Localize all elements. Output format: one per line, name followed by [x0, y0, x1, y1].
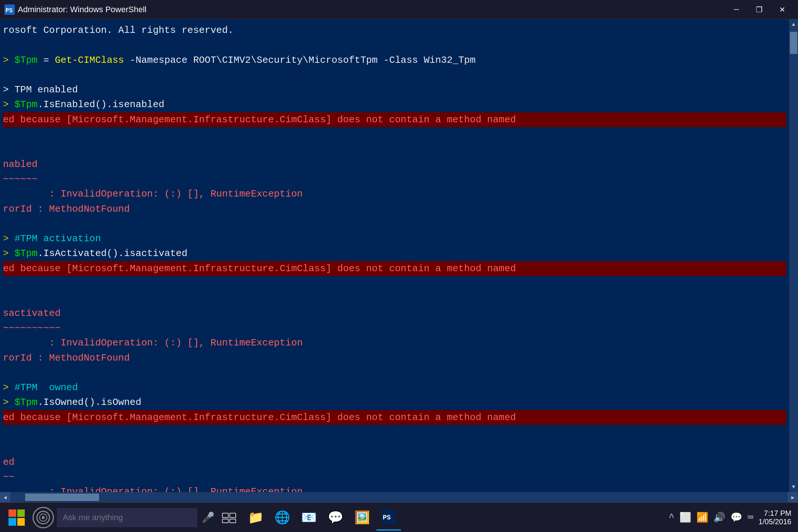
start-quad-3 [8, 518, 16, 526]
svg-rect-5 [222, 513, 228, 518]
line-ed: ed [3, 455, 786, 470]
scroll-thumb-v[interactable] [790, 32, 797, 54]
line-blank-1 [3, 38, 786, 52]
photos-button[interactable]: 🖼️ [350, 505, 374, 531]
start-quad-4 [17, 518, 25, 526]
line-squiggle-3: ~~ [3, 470, 786, 484]
message-icon[interactable]: 💬 [730, 512, 742, 524]
file-explorer-icon: 📁 [248, 510, 263, 525]
title-bar: PS Administrator: Windows PowerShell ─ ❐… [0, 0, 798, 19]
outlook-button[interactable]: 📧 [297, 505, 321, 531]
powershell-icon: PS [4, 4, 15, 15]
line-invalidop-3: : InvalidOperation: (:) [], RuntimeExcep… [3, 484, 786, 492]
line-blank-6 [3, 276, 786, 291]
chevron-up-icon[interactable]: ^ [669, 512, 675, 523]
line-squiggle-1: ~~~~~~ [3, 172, 786, 187]
svg-rect-8 [230, 519, 236, 523]
svg-text:PS: PS [383, 514, 391, 521]
line-blank-4 [3, 142, 786, 157]
line-blank-3 [3, 127, 786, 142]
svg-rect-7 [222, 519, 228, 523]
scroll-thumb-h[interactable] [25, 494, 99, 501]
taskview-button[interactable] [217, 505, 241, 531]
powershell-taskbar-button[interactable]: PS [376, 505, 401, 531]
scroll-track-h[interactable] [10, 492, 788, 502]
console-wrapper: rosoft Corporation. All rights reserved.… [0, 19, 798, 492]
line-invalidop-2: : InvalidOperation: (:) [], RuntimeExcep… [3, 335, 786, 350]
scroll-track-v[interactable] [789, 29, 798, 482]
scroll-left-arrow[interactable]: ◀ [0, 492, 10, 502]
line-blank-5 [3, 216, 786, 231]
start-quad-2 [17, 509, 25, 517]
line-invalidop-1: : InvalidOperation: (:) [], RuntimeExcep… [3, 187, 786, 201]
title-bar-left: PS Administrator: Windows PowerShell [4, 4, 146, 15]
microphone-icon[interactable]: 🎤 [202, 511, 215, 524]
line-blank-10 [3, 440, 786, 454]
system-tray: ^ ⬜ 📶 🔊 💬 ⌨ 7:17 PM 1/05/2016 [669, 509, 794, 526]
line-blank-2 [3, 68, 786, 82]
line-squiggle-2: ~~~~~~~~~~ [3, 321, 786, 335]
svg-point-4 [42, 516, 45, 519]
window-title: Administrator: Windows PowerShell [18, 5, 146, 14]
cortana-icon[interactable] [33, 507, 54, 528]
horizontal-scrollbar[interactable]: ◀ ▶ [0, 492, 798, 502]
powershell-taskbar-icon: PS [382, 510, 396, 524]
line-error-3: ed because [Microsoft.Management.Infrast… [3, 410, 786, 425]
line-error-2: ed because [Microsoft.Management.Infrast… [3, 261, 786, 276]
ie-button[interactable]: 🌐 [270, 505, 294, 531]
file-explorer-button[interactable]: 📁 [243, 505, 268, 531]
photos-icon: 🖼️ [354, 510, 370, 525]
vertical-scrollbar[interactable]: ▲ ▼ [789, 19, 798, 492]
network-icon[interactable]: 📶 [696, 512, 708, 524]
start-quad-1 [8, 509, 16, 517]
ie-icon: 🌐 [274, 510, 290, 525]
minimize-button[interactable]: ─ [725, 2, 748, 17]
scroll-right-arrow[interactable]: ▶ [788, 492, 798, 502]
line-isenabled-cmd: > $Tpm.IsEnabled().isenabled [3, 97, 786, 112]
line-isowned-cmd: > $Tpm.IsOwned().isOwned [3, 395, 786, 410]
skype-icon: 💬 [328, 510, 343, 525]
window-controls: ─ ❐ ✕ [725, 2, 794, 17]
svg-rect-6 [230, 513, 236, 518]
clock-time: 7:17 PM [764, 509, 791, 518]
line-rorid-1: rorId : MethodNotFound [3, 202, 786, 216]
start-icon [8, 509, 25, 526]
cortana-area: 🎤 [33, 507, 215, 528]
scroll-up-arrow[interactable]: ▲ [789, 20, 798, 29]
system-clock[interactable]: 7:17 PM 1/05/2016 [758, 509, 791, 526]
skype-button[interactable]: 💬 [323, 505, 348, 531]
line-blank-9 [3, 425, 786, 440]
line-error-1: ed because [Microsoft.Management.Infrast… [3, 112, 786, 127]
volume-icon[interactable]: 🔊 [713, 512, 725, 524]
taskbar: 🎤 📁 🌐 📧 💬 🖼️ PS ^ ⬜ � [0, 502, 798, 532]
line-nabled: nabled [3, 157, 786, 172]
close-button[interactable]: ✕ [771, 2, 794, 17]
scroll-down-arrow[interactable]: ▼ [789, 482, 798, 491]
taskview-icon [222, 512, 236, 524]
start-button[interactable] [4, 505, 30, 531]
search-input[interactable] [57, 508, 197, 527]
line-blank-8 [3, 365, 786, 380]
maximize-button[interactable]: ❐ [748, 2, 771, 17]
line-sactivated: sactivated [3, 306, 786, 321]
line-copyright: rosoft Corporation. All rights reserved. [3, 23, 786, 38]
svg-text:PS: PS [6, 7, 13, 14]
line-tpm-owned-comment: > #TPM owned [3, 380, 786, 395]
line-tpm-assign: > $Tpm = Get-CIMClass -Namespace ROOT\CI… [3, 53, 786, 68]
tablet-mode-icon[interactable]: ⬜ [679, 512, 691, 524]
clock-date: 1/05/2016 [758, 518, 791, 526]
outlook-icon: 📧 [301, 510, 317, 525]
line-tpm-enabled-comment: > TPM enabled [3, 82, 786, 97]
line-tpm-activation-comment: > #TPM activation [3, 231, 786, 246]
line-rorid-2: rorId : MethodNotFound [3, 351, 786, 365]
line-blank-7 [3, 291, 786, 306]
console-content[interactable]: rosoft Corporation. All rights reserved.… [0, 19, 789, 492]
keyboard-icon[interactable]: ⌨ [747, 512, 753, 524]
line-isactivated-cmd: > $Tpm.IsActivated().isactivated [3, 246, 786, 261]
